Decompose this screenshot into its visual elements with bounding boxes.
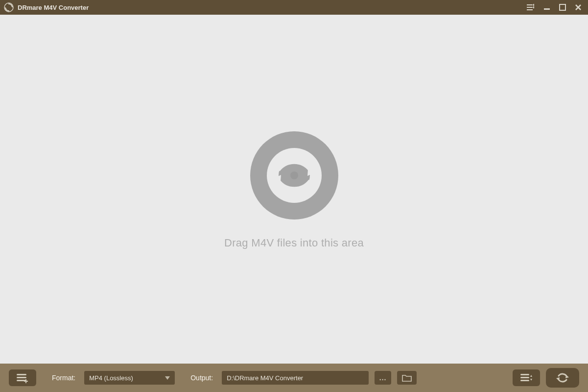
output-path-value: D:\DRmare M4V Converter (227, 374, 303, 382)
convert-icon (554, 371, 571, 385)
svg-rect-5 (527, 9, 533, 10)
convert-button[interactable] (546, 368, 579, 388)
svg-rect-3 (527, 4, 533, 5)
close-icon (575, 4, 582, 11)
svg-rect-25 (520, 377, 529, 378)
format-label: Format: (52, 374, 75, 382)
svg-rect-6 (533, 4, 534, 6)
maximize-button[interactable] (557, 1, 568, 13)
add-files-button[interactable] (9, 369, 36, 386)
close-button[interactable] (572, 1, 584, 13)
svg-rect-8 (544, 8, 550, 10)
format-select[interactable]: MP4 (Lossless) (84, 371, 175, 385)
app-icon (4, 2, 14, 12)
menu-icon (527, 4, 536, 11)
svg-marker-30 (556, 377, 560, 381)
add-files-icon (16, 372, 29, 383)
svg-point-15 (290, 172, 298, 179)
svg-marker-27 (530, 379, 532, 381)
dropzone[interactable]: Drag M4V files into this area (0, 15, 588, 364)
svg-rect-24 (520, 374, 529, 375)
format-value: MP4 (Lossless) (89, 374, 133, 382)
output-path[interactable]: D:\DRmare M4V Converter (222, 371, 369, 385)
maximize-icon (559, 4, 566, 11)
chevron-down-icon (165, 374, 170, 382)
folder-icon (402, 374, 412, 382)
svg-rect-22 (24, 381, 28, 382)
ellipsis-icon: ... (379, 374, 387, 382)
open-output-folder-button[interactable] (397, 371, 417, 385)
svg-rect-26 (520, 380, 529, 381)
dropzone-hint: Drag M4V files into this area (224, 237, 364, 249)
footer: Format: MP4 (Lossless) Output: D:\DRmare… (0, 364, 588, 392)
titlebar: DRmare M4V Converter (0, 0, 588, 15)
svg-rect-7 (533, 6, 534, 8)
svg-rect-4 (527, 7, 533, 8)
output-label: Output: (190, 374, 213, 382)
minimize-button[interactable] (541, 1, 553, 13)
minimize-icon (543, 4, 550, 11)
app-title: DRmare M4V Converter (18, 4, 89, 11)
svg-rect-19 (17, 377, 26, 378)
svg-marker-28 (530, 375, 532, 377)
list-settings-icon (519, 372, 533, 383)
svg-marker-23 (165, 376, 170, 380)
list-settings-button[interactable] (513, 369, 540, 386)
output-more-button[interactable]: ... (375, 371, 391, 385)
cycle-large-icon (248, 129, 341, 222)
svg-rect-9 (560, 4, 565, 10)
svg-rect-18 (17, 374, 26, 375)
svg-marker-29 (565, 375, 569, 378)
menu-button[interactable] (525, 1, 537, 13)
